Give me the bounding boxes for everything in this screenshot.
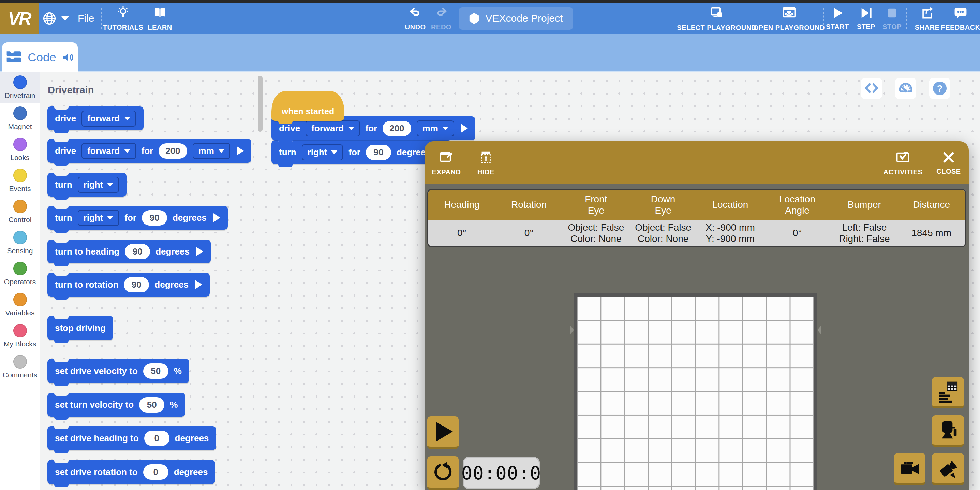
reset-playground-button[interactable] [427,456,459,490]
help-button[interactable]: ? [929,78,950,99]
block-dropdown[interactable]: forward [81,143,136,159]
tab-bar: Code [0,34,980,72]
toggle-robot-view-button[interactable] [932,415,964,447]
palette-block[interactable]: turn to rotation90degrees [48,273,210,297]
tutorials-button[interactable]: TUTORIALS [103,3,143,34]
run-block-arrow-icon[interactable] [196,247,203,256]
dashboard-value-cell: 0° [764,227,831,238]
sidebar-item-operators[interactable]: Operators [0,258,40,289]
block-label: degrees [174,467,208,477]
view-code-button[interactable] [861,78,882,99]
tab-code[interactable]: Code [2,42,78,72]
sidebar-item-events[interactable]: Events [0,165,40,196]
palette-block[interactable]: turn to heading90degrees [48,239,211,263]
sidebar-item-my-blocks[interactable]: My Blocks [0,321,40,351]
language-menu[interactable] [41,3,69,34]
tutorials-label: TUTORIALS [103,24,143,31]
block-label: for [348,147,360,158]
playground-timer: 00:00:0 [463,457,540,489]
palette-block[interactable]: driveforward [48,107,143,130]
chevron-down-icon [107,183,113,187]
project-name-field[interactable]: VEXcode Project [459,7,573,30]
undo-button[interactable]: UNDO [403,3,428,34]
sidebar-item-drivetrain[interactable]: Drivetrain [0,72,40,103]
field-resize-handle-left[interactable] [570,326,574,334]
reset-icon [433,461,453,482]
block-dropdown[interactable]: right [78,177,119,193]
redo-button[interactable]: REDO [429,3,453,34]
palette-divider [262,72,263,490]
speaker-icon [61,51,75,64]
block-category-sidebar: DrivetrainMagnetLooksEventsControlSensin… [0,72,40,490]
activities-button[interactable]: ACTIVITIES [877,141,929,184]
feedback-button[interactable]: FEEDBACK [943,3,978,34]
toolbar-divider [824,8,824,29]
block-number-input[interactable]: 200 [383,121,411,136]
hide-button[interactable]: HIDE [472,141,500,184]
block-number-input[interactable]: 0 [143,464,169,480]
sidebar-item-variables[interactable]: Variables [0,289,40,321]
palette-block[interactable]: turnright [48,172,127,196]
run-block-arrow-icon[interactable] [237,146,244,155]
open-playground-label: OPEN PLAYGROUND [753,24,825,32]
block-label: degrees [156,246,189,257]
playground-titlebar[interactable]: EXPAND HIDE ACTIVITIES [425,141,969,184]
block-number-input[interactable]: 90 [142,210,167,225]
category-color-dot [13,169,27,182]
block-number-input[interactable]: 90 [124,277,149,292]
file-menu[interactable]: File [74,3,97,34]
block-number-input[interactable]: 50 [143,363,169,379]
when-started-hat-block[interactable]: when started [271,91,344,121]
block-dropdown[interactable]: mm [192,143,230,159]
block-dropdown[interactable]: right [302,144,344,160]
block-number-input[interactable]: 50 [139,397,164,413]
palette-block[interactable]: turnrightfor90degrees [48,206,228,230]
close-label: CLOSE [936,168,961,176]
field-resize-handle-right[interactable] [817,326,821,334]
palette-block[interactable]: set turn velocity to50% [48,393,185,417]
run-playground-button[interactable] [427,416,459,449]
palette-scrollbar[interactable] [258,76,262,132]
play-icon [436,422,453,441]
block-label: turn to rotation [55,279,118,290]
block-dropdown[interactable]: forward [305,120,360,136]
toolbar-divider [70,8,70,29]
expand-button[interactable]: EXPAND [429,141,463,184]
share-button[interactable]: SHARE [913,3,942,34]
palette-block[interactable]: set drive velocity to50% [48,359,189,383]
run-block-arrow-icon[interactable] [461,124,468,133]
palette-block[interactable]: set drive heading to0degrees [48,426,216,450]
sidebar-item-looks[interactable]: Looks [0,134,40,165]
sidebar-item-sensing[interactable]: Sensing [0,227,40,258]
block-dropdown[interactable]: forward [81,110,136,127]
block-number-input[interactable]: 0 [144,431,169,446]
dashboard-gauge-button[interactable] [895,78,916,99]
block-dropdown[interactable]: mm [417,120,454,136]
sidebar-item-control[interactable]: Control [0,196,40,227]
dashboard-column-header: Location [697,199,764,210]
palette-block[interactable]: set drive rotation to0degrees [48,460,215,484]
block-dropdown[interactable]: right [78,210,119,226]
camera-view-button[interactable] [894,453,926,485]
toggle-dashboard-button[interactable] [932,377,964,409]
block-number-input[interactable]: 90 [125,244,150,259]
palette-block[interactable]: driveforwardfor200mm [48,139,251,163]
camera-tilt-view-button[interactable] [932,453,964,485]
playground-field-grid[interactable] [574,294,817,490]
open-playground-button[interactable]: OPEN PLAYGROUND [756,3,822,34]
sidebar-item-magnet[interactable]: Magnet [0,103,40,134]
dropdown-value: right [307,147,327,158]
select-playground-button[interactable]: SELECT PLAYGROUND [682,3,751,34]
run-block-arrow-icon[interactable] [196,280,202,289]
close-playground-button[interactable]: CLOSE [933,141,964,184]
start-button[interactable]: START [825,3,850,34]
stop-button[interactable]: STOP [880,3,904,34]
book-icon [153,5,167,21]
sidebar-item-comments[interactable]: Comments [0,351,40,383]
block-number-input[interactable]: 200 [159,143,187,159]
step-button[interactable]: STEP [854,3,878,34]
run-block-arrow-icon[interactable] [213,213,220,222]
learn-button[interactable]: LEARN [145,3,175,34]
palette-block[interactable]: stop driving [48,316,113,340]
block-number-input[interactable]: 90 [366,145,391,160]
